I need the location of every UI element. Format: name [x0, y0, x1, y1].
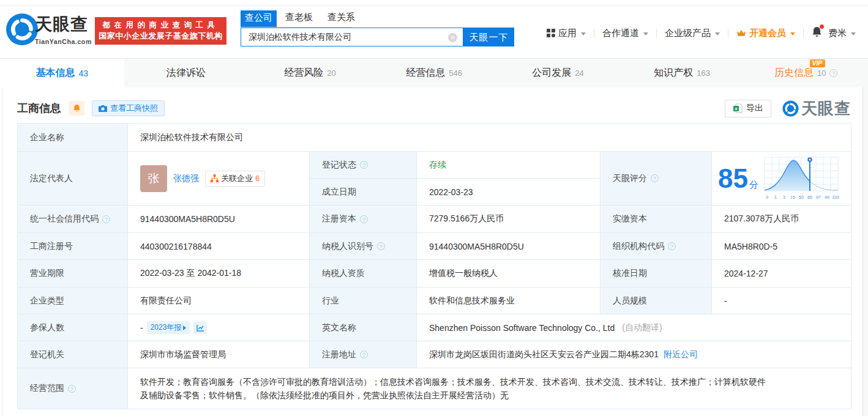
reg-number-value: 440300216178844: [128, 233, 310, 260]
tab-history[interactable]: 历史信息 10 VIP: [744, 59, 868, 87]
tab-basic-info[interactable]: 基本信息 43: [0, 59, 124, 87]
menu-enterprise[interactable]: 企业级产品: [665, 28, 720, 39]
tab-risk[interactable]: 经营风险 20: [248, 59, 372, 87]
company-name-value: 深圳泊松软件技术有限公司: [128, 124, 851, 152]
insured-cell: - 2023年报: [128, 314, 310, 341]
legal-rep-link[interactable]: 张德强: [173, 173, 199, 184]
caret-down-icon: [715, 32, 720, 35]
tab-label: 基本信息: [36, 67, 75, 80]
business-scope-cell: 软件开发；教育咨询服务（不含涉许可审批的教育培训活动）；信息技术咨询服务；技术服…: [128, 368, 851, 409]
field-label: 企业名称: [18, 124, 128, 152]
nearby-companies-link[interactable]: 附近公司: [664, 349, 698, 360]
svg-text:0: 0: [766, 195, 768, 199]
field-label: 参保人数: [18, 314, 128, 341]
search-tab-relation[interactable]: 查关系: [327, 10, 355, 27]
search-input[interactable]: 深圳泊松软件技术有限公司 ✕: [241, 28, 463, 46]
help-icon[interactable]: [360, 161, 368, 169]
tianyancha-watermark: 天眼查: [782, 98, 851, 119]
camera-icon: [99, 105, 107, 112]
tab-label: 经营风险: [284, 67, 323, 80]
svg-text:100: 100: [832, 195, 839, 199]
avatar[interactable]: 张: [140, 165, 167, 192]
tab-label: 法律诉讼: [166, 67, 206, 80]
help-icon[interactable]: [668, 242, 676, 250]
menu-enterprise-label: 企业级产品: [665, 28, 711, 39]
menu-apps[interactable]: 应用: [547, 28, 586, 39]
section-title: 工商信息: [17, 101, 61, 116]
subscribe-bell-chip[interactable]: [69, 101, 84, 116]
watermark-text: 天眼查: [801, 98, 851, 119]
tab-count: 163: [697, 69, 710, 78]
caret-down-icon: [581, 32, 586, 35]
menu-user[interactable]: 费米: [828, 28, 856, 39]
reg-address-cell: 深圳市龙岗区坂田街道岗头社区天安云谷产业园二期4栋2301 附近公司: [417, 341, 851, 368]
svg-text:99: 99: [825, 195, 829, 199]
business-scope-value: 软件开发；教育咨询服务（不含涉许可审批的教育培训活动）；信息技术咨询服务；技术服…: [140, 375, 771, 402]
field-label: 注册资本: [310, 206, 417, 233]
svg-text:97: 97: [816, 195, 821, 199]
tab-label: 历史信息: [774, 67, 814, 80]
tab-development[interactable]: 公司发展 24: [496, 59, 620, 87]
export-button-label: 导出: [746, 103, 763, 114]
tab-label: 知识产权: [654, 67, 693, 80]
field-label: 经营范围: [18, 368, 128, 409]
english-name-value: Shenzhen Poisson Software Technology Co.…: [429, 323, 615, 333]
tianyancha-logo-icon: [6, 13, 39, 46]
export-button[interactable]: x 导出: [725, 100, 771, 117]
brand-domain: TianYanCha.com: [35, 38, 92, 45]
search-input-value: 深圳泊松软件技术有限公司: [241, 32, 351, 43]
snapshot-button-label: 查看工商快照: [110, 103, 158, 114]
help-icon[interactable]: [360, 351, 368, 358]
annual-report-chip[interactable]: 2023年报: [147, 321, 190, 334]
menu-vip-label: 开通会员: [749, 28, 786, 39]
related-companies-badge[interactable]: 关联企业 6: [205, 171, 265, 187]
triangle-right-icon: [183, 325, 186, 330]
search-area: 查公司 查老板 查关系 深圳泊松软件技术有限公司 ✕ 天眼一下: [241, 10, 514, 46]
caret-down-icon: [790, 32, 795, 35]
help-icon[interactable]: [68, 385, 76, 393]
field-label: 工商注册号: [18, 233, 128, 260]
tab-count: 24: [575, 69, 583, 78]
field-label: 登记状态: [310, 152, 417, 179]
field-label: 人员规模: [600, 288, 712, 314]
approval-date-value: 2024-12-27: [712, 260, 851, 288]
help-icon[interactable]: [377, 242, 385, 250]
notification-dot: [820, 24, 824, 29]
field-label: 统一社会信用代码: [18, 206, 128, 233]
search-tab-company[interactable]: 查公司: [241, 10, 277, 27]
svg-text:85: 85: [807, 195, 812, 199]
snapshot-button[interactable]: 查看工商快照: [92, 100, 165, 116]
tab-business-info[interactable]: 经营信息 546: [372, 59, 496, 87]
company-type-value: 有限责任公司: [128, 288, 310, 314]
notification-bell[interactable]: [812, 26, 822, 40]
menu-apps-label: 应用: [558, 28, 577, 39]
menu-partner[interactable]: 合作通道: [602, 28, 648, 39]
org-icon: [211, 174, 219, 182]
menu-vip[interactable]: 开通会员: [736, 28, 795, 39]
reg-status-value: 存续: [417, 152, 600, 179]
svg-text:1: 1: [774, 195, 777, 199]
field-label: 企业类型: [18, 288, 128, 314]
tab-legal[interactable]: 法律诉讼: [124, 59, 249, 87]
search-button[interactable]: 天眼一下: [463, 28, 514, 46]
related-count: 6: [255, 174, 260, 183]
field-label: 天眼评分: [600, 152, 712, 206]
search-tab-boss[interactable]: 查老板: [285, 10, 313, 27]
reg-authority-value: 深圳市市场监督管理局: [128, 341, 310, 368]
bell-icon: [73, 104, 81, 113]
establish-date-value: 2022-03-23: [417, 179, 600, 206]
score-curve-chart: 0131550859799100: [763, 156, 839, 201]
help-icon[interactable]: [102, 215, 110, 223]
help-icon[interactable]: [651, 174, 659, 182]
credit-code-value: 91440300MA5H8R0D5U: [128, 206, 310, 233]
help-icon[interactable]: [360, 215, 368, 223]
org-code-value: MA5H8R0D-5: [712, 233, 851, 260]
score-cell: 85 分 0131550859799100: [712, 152, 851, 206]
tab-label: 经营信息: [406, 67, 445, 80]
trend-chart-button[interactable]: [193, 322, 207, 334]
help-icon[interactable]: [829, 69, 837, 77]
tab-ip[interactable]: 知识产权 163: [620, 59, 744, 87]
slogan-line2: 国家中小企业发展子基金旗下机构: [95, 31, 226, 41]
crown-icon: [736, 29, 746, 38]
clear-icon[interactable]: ✕: [448, 33, 457, 42]
